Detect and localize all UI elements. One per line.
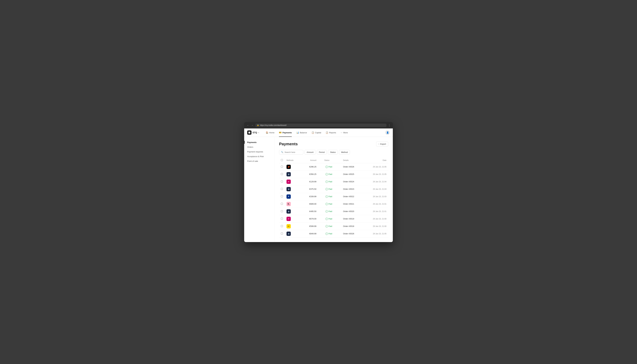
reports-nav-label: Reports xyxy=(329,132,336,134)
row-checkbox-cell xyxy=(279,170,285,178)
nav-right: 👤 xyxy=(385,130,390,135)
nav-item-capital[interactable]: 📋Capital xyxy=(310,128,323,137)
nav-item-balance[interactable]: 📊Balance xyxy=(294,128,309,137)
row-status: Paid xyxy=(322,193,341,200)
export-button[interactable]: ↑ Export xyxy=(376,142,388,146)
row-checkbox-8[interactable] xyxy=(281,225,283,227)
row-date: 29 Jan 23, 21:00 xyxy=(363,222,388,230)
table-row[interactable]: 🏦 €375.50 Paid Order #3523 29 Jan 23, 21… xyxy=(279,185,388,193)
nav-item-more[interactable]: ···More xyxy=(338,128,350,137)
search-box[interactable]: 🔍 xyxy=(279,150,303,154)
row-amount: €356.25 xyxy=(300,170,322,178)
browser-more-button[interactable]: ⋮ xyxy=(388,124,391,127)
row-date: 29 Jan 23, 21:03 xyxy=(363,185,388,193)
url-text: https://my.mollie.com/dashboard/ xyxy=(260,124,286,126)
row-date: 29 Jan 23, 21:00 xyxy=(363,215,388,222)
payments-table-container: Methods Amount Status Details Date 🍎 €29… xyxy=(279,158,388,238)
row-method: K. xyxy=(285,200,300,208)
sidebar-item-acceptance-risk[interactable]: Acceptance & Risk xyxy=(244,154,274,159)
row-amount: €375.50 xyxy=(300,185,322,193)
more-nav-icon: ··· xyxy=(341,131,342,134)
table-row[interactable]: 🏦 €495.50 Paid Order #3520 29 Jan 23, 21… xyxy=(279,208,388,215)
row-checkbox-cell xyxy=(279,178,285,185)
row-amount: €679.00 xyxy=(300,215,322,222)
address-bar[interactable]: 🔒 https://my.mollie.com/dashboard/ xyxy=(256,124,386,127)
row-method: 🍎 xyxy=(285,163,300,170)
row-checkbox-9[interactable] xyxy=(281,232,283,234)
row-status: Paid xyxy=(322,208,341,215)
browser-back-button[interactable]: ← xyxy=(246,124,250,127)
nav-item-home[interactable]: 🏠Home xyxy=(264,128,277,137)
method-icon-dark: 🏦 xyxy=(286,172,291,176)
row-checkbox-6[interactable] xyxy=(281,210,283,212)
payments-nav-label: Payments xyxy=(282,132,292,134)
method-icon-paypal: P xyxy=(286,194,291,199)
row-checkbox-cell xyxy=(279,200,285,208)
row-details: Order #3518 xyxy=(341,222,363,230)
table-row[interactable]: BC €599.99 Paid Order #3518 29 Jan 23, 2… xyxy=(279,222,388,230)
details-header: Details xyxy=(341,158,363,163)
filter-btn-status[interactable]: Status xyxy=(328,150,338,154)
row-details: Order #3525 xyxy=(341,170,363,178)
table-row[interactable]: iD €679.00 Paid Order #3519 29 Jan 23, 2… xyxy=(279,215,388,222)
table-row[interactable]: 🏦 €356.25 Paid Order #3525 29 Jan 23, 21… xyxy=(279,170,388,178)
row-checkbox-5[interactable] xyxy=(281,203,283,205)
top-navigation: ETQ ▾ 🏠Home💳Payments📊Balance📋Capital📋Rep… xyxy=(244,128,393,137)
table-row[interactable]: 🍎 €296.25 Paid Order #3526 29 Jan 23, 21… xyxy=(279,163,388,170)
row-date: 29 Jan 23, 21:01 xyxy=(363,200,388,208)
sidebar-item-payments[interactable]: Payments xyxy=(244,140,274,145)
user-avatar-button[interactable]: 👤 xyxy=(385,130,390,135)
table-row[interactable]: K. €689.00 Paid Order #3521 29 Jan 23, 2… xyxy=(279,200,388,208)
export-icon: ↑ xyxy=(378,143,380,145)
row-method: iD xyxy=(285,178,300,185)
browser-forward-button[interactable]: → xyxy=(250,124,254,127)
row-details: Order #3519 xyxy=(341,215,363,222)
sidebar-item-point-of-sale[interactable]: Point of sale xyxy=(244,159,274,164)
brand-logo-area[interactable]: ETQ ▾ xyxy=(247,130,259,135)
select-all-checkbox[interactable] xyxy=(281,159,283,161)
row-status: Paid xyxy=(322,178,341,185)
row-checkbox-7[interactable] xyxy=(281,218,283,220)
row-amount: €599.99 xyxy=(300,222,322,230)
row-checkbox-3[interactable] xyxy=(281,188,283,190)
table-row[interactable]: iD €129.99 Paid Order #3524 29 Jan 23, 2… xyxy=(279,178,388,185)
sidebar-item-payment-requests[interactable]: Payment requests xyxy=(244,150,274,154)
table-row[interactable]: 🏦 €849.99 Paid Order #3526 29 Jan 23, 21… xyxy=(279,230,388,237)
row-status: Paid xyxy=(322,170,341,178)
browser-window: ← → 🔒 https://my.mollie.com/dashboard/ ⋮… xyxy=(244,122,393,242)
row-checkbox-4[interactable] xyxy=(281,195,283,197)
row-status: Paid xyxy=(322,185,341,193)
brand-name: ETQ xyxy=(253,131,257,134)
capital-nav-label: Capital xyxy=(315,132,321,134)
page-title: Payments xyxy=(279,142,298,146)
method-icon-dark: 🏦 xyxy=(286,232,291,236)
payments-nav-icon: 💳 xyxy=(279,131,282,134)
status-badge: Paid xyxy=(324,232,333,236)
row-checkbox-cell xyxy=(279,163,285,170)
nav-item-reports[interactable]: 📋Reports xyxy=(324,128,338,137)
sidebar-item-orders[interactable]: Orders xyxy=(244,145,274,150)
method-icon-ideal: iD xyxy=(286,217,291,221)
filter-btn-amount[interactable]: Amount xyxy=(304,150,316,154)
table-row[interactable]: P €339.99 Paid Order #3522 29 Jan 23, 21… xyxy=(279,193,388,200)
nav-item-payments[interactable]: 💳Payments xyxy=(277,128,294,137)
filter-btn-period[interactable]: Period xyxy=(317,150,327,154)
table-body: 🍎 €296.25 Paid Order #3526 29 Jan 23, 21… xyxy=(279,163,388,237)
row-checkbox-cell xyxy=(279,222,285,230)
search-input[interactable] xyxy=(284,151,301,153)
filter-btn-method[interactable]: Method xyxy=(339,150,350,154)
reports-nav-icon: 📋 xyxy=(326,131,328,134)
row-checkbox-2[interactable] xyxy=(281,180,283,182)
content-area: PaymentsOrdersPayment requestsAcceptance… xyxy=(244,137,393,242)
row-amount: €129.99 xyxy=(300,178,322,185)
row-checkbox-1[interactable] xyxy=(281,173,283,175)
method-icon-klarna: K. xyxy=(286,202,291,206)
row-checkbox-0[interactable] xyxy=(281,166,283,168)
row-details: Order #3523 xyxy=(341,185,363,193)
balance-nav-icon: 📊 xyxy=(296,131,299,134)
filters-bar: 🔍 AmountPeriodStatusMethod xyxy=(279,150,388,154)
status-badge: Paid xyxy=(324,180,333,183)
home-nav-icon: 🏠 xyxy=(266,131,268,134)
amount-header: Amount xyxy=(300,158,322,163)
row-date: 29 Jan 23, 21:03 xyxy=(363,193,388,200)
